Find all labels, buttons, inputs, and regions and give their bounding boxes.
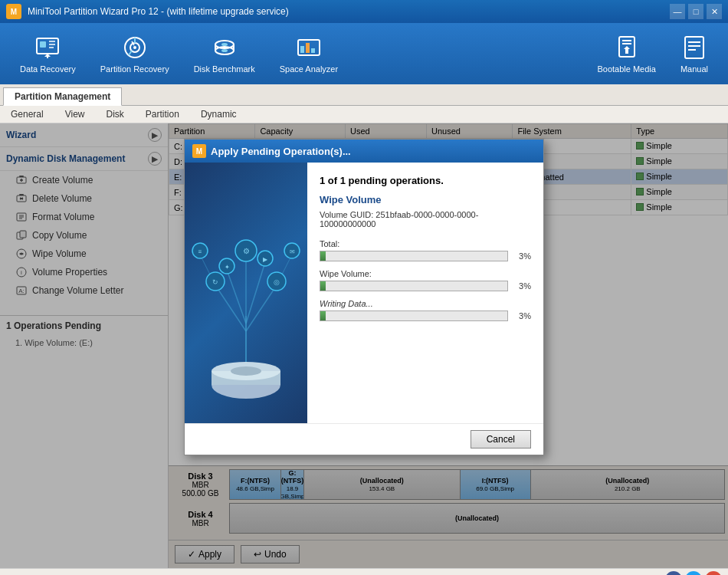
manual-label: Manual [680,64,708,74]
facebook-button[interactable]: f [665,571,682,575]
legend-bar: GPT/Primary Logical Simple Spanned Strip… [0,568,728,575]
modal-op-detail: Volume GUID: 251bfaab-0000-0000-0000-100… [320,210,531,228]
svg-text:✉: ✉ [290,248,295,255]
svg-text:⚙: ⚙ [243,247,250,255]
wipe-progress-section: Wipe Volume: 3% [320,269,531,291]
toolbar-disk-benchmark[interactable]: Disk Benchmark [182,28,267,80]
svg-text:◎: ◎ [274,278,280,286]
writing-progress-row: 3% [320,310,531,321]
tab-bar: Partition Management [0,84,728,106]
modal-titlebar: M Apply Pending Operation(s)... [185,140,543,163]
writing-label: Writing Data... [320,299,531,308]
svg-text:↻: ↻ [212,278,218,286]
twitter-button[interactable]: t [685,571,702,575]
svg-rect-3 [40,41,46,48]
bootable-media-icon [613,34,641,61]
bootable-media-label: Bootable Media [597,64,655,74]
total-progress-row: 3% [320,251,531,261]
total-progress-fill [320,251,326,261]
writing-progress-section: Writing Data... 3% [320,299,531,321]
writing-progress-fill [320,311,326,320]
disk-benchmark-label: Disk Benchmark [194,64,255,74]
svg-rect-25 [622,43,631,44]
modal-op-title: Wipe Volume [320,194,531,205]
svg-text:✦: ✦ [225,264,230,271]
modal-pending-text: 1 of 1 pending operations. [320,175,531,186]
menu-disk[interactable]: Disk [102,107,129,121]
toolbar-space-analyzer[interactable]: Space Analyzer [267,28,350,80]
svg-rect-28 [688,41,700,43]
app-logo: M [6,4,21,19]
svg-rect-19 [300,46,304,53]
svg-line-58 [246,262,265,324]
cancel-button[interactable]: Cancel [471,430,531,449]
svg-point-11 [133,46,136,49]
menu-dynamic[interactable]: Dynamic [196,107,241,121]
toolbar-partition-recovery[interactable]: Partition Recovery [88,28,182,80]
svg-rect-21 [311,48,315,53]
tab-partition-management[interactable]: Partition Management [3,87,122,106]
social-icons: f t g+ [665,571,722,575]
total-progress-section: Total: 3% [320,239,531,261]
disk-benchmark-icon [211,34,238,61]
googleplus-button[interactable]: g+ [705,571,722,575]
svg-rect-20 [306,43,310,53]
svg-rect-24 [622,40,631,41]
svg-point-16 [221,43,228,46]
total-pct: 3% [513,251,531,261]
data-recovery-icon [34,34,61,61]
total-label: Total: [320,239,531,248]
svg-text:≡: ≡ [198,248,202,255]
svg-text:▶: ▶ [263,256,268,263]
toolbar-bootable-media[interactable]: Bootable Media [585,28,667,80]
wipe-progress-row: 3% [320,281,531,291]
menu-partition[interactable]: Partition [141,107,184,121]
menu-bar: General View Disk Partition Dynamic [0,106,728,123]
window-controls: — □ ✕ [670,4,722,19]
space-analyzer-icon [295,34,323,61]
toolbar-manual[interactable]: Manual [668,28,720,80]
space-analyzer-label: Space Analyzer [280,64,338,74]
modal-image: ⚙ ↻ ◎ ✦ ▶ ≡ ✉ [185,163,307,423]
toolbar: Data Recovery Partition Recovery [0,23,728,84]
wipe-pct: 3% [513,281,531,291]
app-title: MiniTool Partition Wizard Pro 12 - (with… [28,6,670,17]
modal-logo: M [192,144,206,158]
modal-title: Apply Pending Operation(s)... [211,146,351,157]
apply-modal: M Apply Pending Operation(s)... [184,139,544,455]
writing-pct: 3% [513,311,531,320]
minimize-button[interactable]: — [670,4,685,19]
main-layout: Wizard ▶ Dynamic Disk Management ▶ Creat… [0,123,728,568]
svg-line-57 [227,270,246,324]
writing-progress-bg [320,310,508,321]
modal-content: 1 of 1 pending operations. Wipe Volume V… [307,163,543,423]
svg-point-53 [231,366,261,376]
partition-recovery-icon [121,34,149,61]
wipe-label: Wipe Volume: [320,269,531,278]
menu-general[interactable]: General [6,107,48,121]
svg-rect-30 [688,49,696,51]
svg-line-55 [215,285,246,331]
svg-rect-27 [685,37,703,58]
modal-body: ⚙ ↻ ◎ ✦ ▶ ≡ ✉ 1 of 1 pending operations.… [185,163,543,423]
total-progress-bg [320,251,508,261]
wipe-progress-fill [320,281,326,291]
wipe-progress-bg [320,281,508,291]
modal-footer: Cancel [185,423,543,455]
menu-view[interactable]: View [61,107,90,121]
svg-rect-26 [625,49,628,54]
close-button[interactable]: ✕ [707,4,722,19]
manual-icon [680,34,708,61]
modal-overlay: M Apply Pending Operation(s)... [0,123,728,568]
toolbar-data-recovery[interactable]: Data Recovery [8,28,88,80]
svg-text:M: M [11,8,17,16]
svg-point-17 [221,49,228,52]
title-bar: M MiniTool Partition Wizard Pro 12 - (wi… [0,0,728,23]
partition-recovery-label: Partition Recovery [100,64,169,74]
maximize-button[interactable]: □ [688,4,703,19]
svg-rect-29 [688,45,700,47]
data-recovery-label: Data Recovery [20,64,76,74]
